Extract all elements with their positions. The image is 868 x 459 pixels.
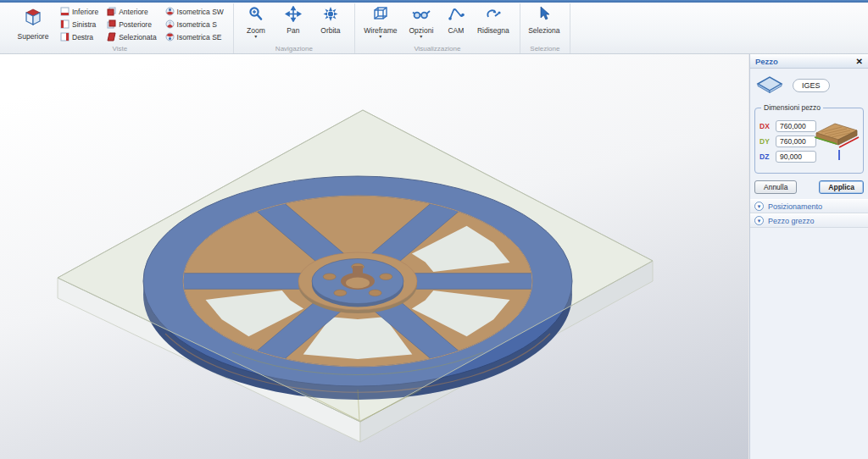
wireframe-button[interactable]: Wireframe ▾ (360, 5, 401, 40)
button-label: Pan (287, 26, 299, 35)
group-label-navigazione: Navigazione (234, 45, 354, 53)
file-format-field[interactable]: IGES (793, 79, 830, 92)
opzioni-dropdown-arrow[interactable]: ▾ (420, 35, 422, 39)
chevron-down-icon: ▼ (754, 202, 764, 211)
button-label: Seleziona (528, 26, 559, 35)
pan-button[interactable]: Pan (276, 5, 310, 40)
zoom-button[interactable]: Zoom ▾ (239, 5, 273, 40)
button-label: CAM (448, 26, 464, 35)
panel-header: Pezzo ✕ (750, 54, 868, 69)
dx-label: DX (760, 122, 772, 130)
view-anteriore-icon (107, 7, 116, 18)
3d-viewport[interactable] (0, 54, 749, 459)
group-label-visualizzazione: Visualizzazione (355, 45, 520, 53)
view-inferiore-button[interactable]: Inferiore (58, 6, 101, 18)
dz-input[interactable] (776, 151, 816, 163)
button-label: Destra (72, 33, 93, 41)
file-format-row: IGES (750, 69, 868, 101)
view-sinistra-icon (60, 19, 70, 30)
dimensions-groupbox: Dimensioni pezzo DX DY DZ (754, 108, 864, 174)
dimensions-title: Dimensioni pezzo (761, 103, 823, 112)
applica-button[interactable]: Applica (819, 180, 864, 194)
button-label: Selezionata (119, 33, 156, 41)
section-posizionamento[interactable]: ▼ Posizionamento (750, 199, 868, 213)
button-label: Ridisegna (477, 26, 509, 35)
isometrica-sw-icon (165, 7, 175, 18)
group-label-selezione: Selezione (520, 45, 570, 53)
button-label: Posteriore (119, 20, 152, 29)
view-inferiore-icon (60, 7, 70, 18)
opzioni-button[interactable]: Opzioni ▾ (404, 5, 438, 40)
redraw-icon (485, 6, 502, 25)
view-superiore-label: Superiore (18, 32, 49, 41)
cube-top-view-icon (22, 7, 44, 30)
view-selezionata-icon (107, 32, 116, 43)
cam-button[interactable]: CAM (442, 5, 470, 40)
options-glasses-icon (412, 6, 431, 25)
ribbon-group-viste: Superiore Inferiore Sinistra Destra (7, 3, 234, 53)
view-isometrica-sw-button[interactable]: Isometrica SW (163, 6, 226, 18)
wireframe-dropdown-arrow[interactable]: ▾ (379, 35, 381, 39)
ribbon-toolbar: Superiore Inferiore Sinistra Destra (0, 0, 868, 54)
view-sinistra-button[interactable]: Sinistra (58, 19, 101, 30)
view-destra-button[interactable]: Destra (58, 31, 101, 43)
group-label-viste: Viste (7, 45, 233, 53)
view-destra-icon (60, 32, 70, 43)
pezzo-panel: Pezzo ✕ IGES Dimensioni pezzo DX DY (749, 54, 868, 459)
view-posteriore-icon (107, 19, 116, 30)
dy-label: DY (760, 137, 772, 146)
panel-title: Pezzo (750, 57, 778, 66)
button-label: Anteriore (119, 8, 148, 16)
button-label: Isometrica S (177, 20, 217, 29)
button-label: Isometrica SW (177, 8, 224, 16)
button-label: Isometrica SE (177, 33, 222, 41)
panel-buttons: Annulla Applica (750, 177, 868, 199)
dy-input[interactable] (776, 135, 816, 147)
button-label: Inferiore (72, 8, 98, 16)
stock-preview-image (811, 118, 860, 169)
view-superiore-button[interactable]: Superiore (12, 5, 54, 42)
orbita-icon (322, 6, 339, 25)
view-anteriore-button[interactable]: Anteriore (104, 6, 159, 18)
dx-input[interactable] (776, 120, 816, 132)
ribbon-group-selezione: Seleziona Selezione (520, 3, 570, 53)
section-label: Pezzo grezzo (768, 217, 815, 225)
view-isometrica-s-button[interactable]: Isometrica S (163, 19, 226, 30)
isometrica-se-icon (165, 32, 175, 43)
view-posteriore-button[interactable]: Posteriore (104, 19, 159, 30)
button-label: Sinistra (72, 20, 96, 29)
section-label: Posizionamento (768, 202, 822, 211)
part-plate-icon (755, 75, 784, 97)
isometrica-s-icon (165, 19, 175, 30)
select-cursor-icon (536, 6, 553, 25)
orbita-button[interactable]: Orbita (314, 5, 348, 40)
annulla-button[interactable]: Annulla (754, 180, 797, 194)
cam-toolpath-icon (448, 6, 465, 25)
close-icon[interactable]: ✕ (851, 57, 868, 66)
wireframe-icon (372, 6, 389, 25)
ridisegna-button[interactable]: Ridisegna (474, 5, 513, 40)
chevron-down-icon: ▼ (754, 216, 764, 225)
button-label: Orbita (320, 26, 340, 35)
ribbon-group-navigazione: Zoom ▾ Pan (234, 3, 355, 53)
view-selezionata-button[interactable]: Selezionata (104, 31, 159, 43)
cad-application: Superiore Inferiore Sinistra Destra (0, 0, 868, 459)
3d-scene (0, 54, 749, 459)
seleziona-button[interactable]: Seleziona (526, 5, 563, 40)
view-isometrica-se-button[interactable]: Isometrica SE (163, 31, 226, 43)
pan-icon (285, 6, 302, 25)
zoom-icon (248, 6, 264, 25)
ribbon-group-visualizzazione: Wireframe ▾ (355, 3, 520, 53)
zoom-dropdown-arrow[interactable]: ▾ (254, 35, 257, 39)
section-pezzo-grezzo[interactable]: ▼ Pezzo grezzo (750, 213, 868, 228)
dz-label: DZ (760, 152, 772, 161)
